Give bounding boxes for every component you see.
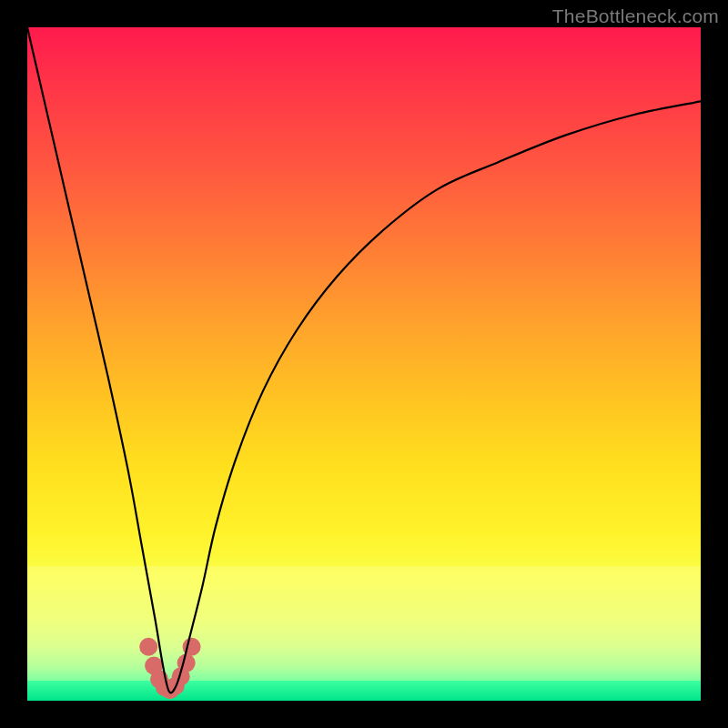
plot-area — [27, 27, 701, 701]
bottleneck-curve — [27, 27, 701, 693]
marker-dot — [139, 638, 157, 656]
marker-dot — [177, 654, 196, 672]
marker-cluster — [139, 638, 200, 699]
curve-layer — [27, 27, 701, 701]
watermark-text: TheBottleneck.com — [552, 5, 719, 27]
chart-frame: TheBottleneck.com — [0, 0, 728, 728]
